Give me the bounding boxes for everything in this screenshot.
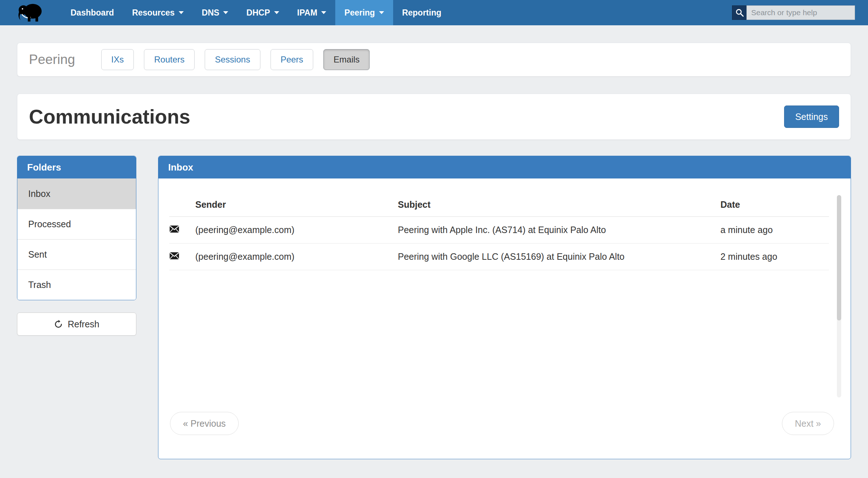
next-page-button[interactable]: Next » — [782, 412, 834, 435]
tab-routers-button[interactable]: Routers — [144, 49, 195, 70]
page-title: Communications — [29, 105, 190, 128]
settings-button[interactable]: Settings — [784, 105, 839, 128]
previous-page-button[interactable]: « Previous — [170, 412, 239, 435]
subject-cell[interactable]: Peering with Apple Inc. (AS714) at Equin… — [398, 217, 720, 244]
nav-item-dashboard[interactable]: Dashboard — [61, 0, 123, 25]
main-nav: Dashboard Resources DNS DHCP IPAM Peerin… — [61, 0, 450, 25]
nav-label: Dashboard — [71, 8, 114, 18]
mammoth-logo-icon — [16, 2, 46, 24]
communications-header: Communications Settings — [17, 94, 851, 140]
table-row[interactable]: (peering@example.com) Peering with Apple… — [169, 217, 829, 244]
refresh-icon — [54, 320, 63, 329]
date-cell: a minute ago — [720, 217, 829, 244]
nav-label: Peering — [344, 8, 375, 18]
table-scrollbar[interactable] — [837, 195, 841, 397]
chevron-down-icon — [179, 11, 184, 14]
folder-item-processed[interactable]: Processed — [17, 209, 136, 239]
column-header-icon — [169, 194, 195, 217]
nav-label: DHCP — [246, 8, 270, 18]
nav-item-reporting[interactable]: Reporting — [393, 0, 451, 25]
folders-panel: Folders Inbox Processed Sent Trash — [17, 156, 136, 300]
folder-item-trash[interactable]: Trash — [17, 270, 136, 300]
table-row[interactable]: (peering@example.com) Peering with Googl… — [169, 244, 829, 270]
tab-emails-button[interactable]: Emails — [323, 49, 370, 70]
pagination: « Previous Next » — [170, 412, 834, 435]
nav-item-ipam[interactable]: IPAM — [288, 0, 336, 25]
search-icon[interactable] — [732, 5, 746, 20]
nav-label: IPAM — [297, 8, 318, 18]
section-title: Peering — [29, 52, 75, 67]
envelope-icon — [169, 244, 195, 270]
peering-toolbar: Peering IXs Routers Sessions Peers Email… — [17, 43, 851, 77]
tab-peers-button[interactable]: Peers — [271, 49, 314, 70]
search-input[interactable] — [746, 5, 855, 20]
nav-item-dns[interactable]: DNS — [193, 0, 238, 25]
folder-item-sent[interactable]: Sent — [17, 239, 136, 270]
subject-cell[interactable]: Peering with Google LLC (AS15169) at Equ… — [398, 244, 720, 270]
sender-cell: (peering@example.com) — [195, 217, 398, 244]
inbox-body: Sender Subject Date — [158, 178, 851, 459]
inbox-panel: Inbox Sender Subject Date — [158, 156, 851, 459]
brand-logo[interactable] — [16, 0, 46, 25]
column-header-subject: Subject — [398, 194, 720, 217]
chevron-down-icon — [321, 11, 326, 14]
folder-item-inbox[interactable]: Inbox — [17, 178, 136, 209]
nav-item-dhcp[interactable]: DHCP — [237, 0, 288, 25]
refresh-label: Refresh — [68, 319, 99, 330]
tab-ixs-button[interactable]: IXs — [101, 49, 134, 70]
nav-label: Reporting — [402, 8, 442, 18]
chevron-down-icon — [379, 11, 384, 14]
refresh-button[interactable]: Refresh — [17, 313, 136, 336]
nav-label: DNS — [202, 8, 220, 18]
chevron-down-icon — [274, 11, 279, 14]
chevron-down-icon — [223, 11, 228, 14]
column-header-sender: Sender — [195, 194, 398, 217]
sender-cell: (peering@example.com) — [195, 244, 398, 270]
date-cell: 2 minutes ago — [720, 244, 829, 270]
folders-panel-header: Folders — [17, 156, 136, 178]
column-header-date: Date — [720, 194, 829, 217]
tab-sessions-button[interactable]: Sessions — [205, 49, 260, 70]
nav-label: Resources — [132, 8, 175, 18]
mail-table-header-row: Sender Subject Date — [169, 194, 829, 217]
scrollbar-thumb[interactable] — [837, 195, 841, 320]
envelope-icon — [169, 217, 195, 244]
nav-item-peering[interactable]: Peering — [335, 0, 393, 25]
mail-table: Sender Subject Date — [169, 194, 829, 270]
top-navbar: Dashboard Resources DNS DHCP IPAM Peerin… — [0, 0, 868, 25]
global-search — [732, 5, 855, 20]
nav-item-resources[interactable]: Resources — [123, 0, 193, 25]
inbox-panel-header: Inbox — [158, 156, 851, 178]
